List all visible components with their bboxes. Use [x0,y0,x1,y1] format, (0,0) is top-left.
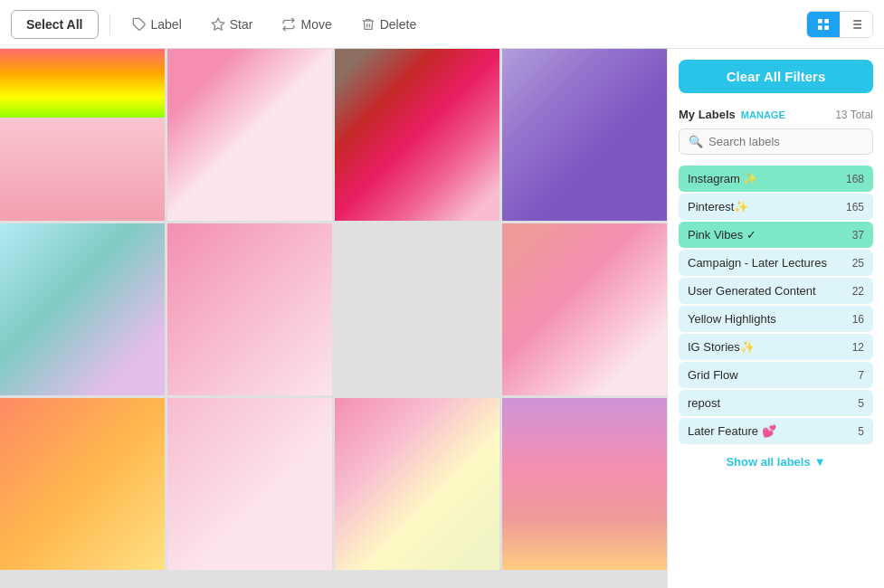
label-count-8: 5 [858,397,864,410]
label-name-7: Grid Flow [688,368,858,382]
label-count-4: 22 [852,285,864,298]
search-box: 🔍 [679,128,873,155]
label-item-7[interactable]: Grid Flow7 [679,362,873,388]
photo-cell-10[interactable] [167,398,332,570]
select-all-label: Select All [26,17,83,32]
photo-cell-12[interactable] [502,398,667,570]
label-name-8: repost [688,396,858,410]
label-name-9: Later Feature 💕 [688,424,858,438]
label-count-0: 168 [846,173,864,185]
photo-cell-3[interactable] [335,49,499,221]
labels-header: My Labels MANAGE 13 Total [668,104,884,128]
move-btn-label: Move [300,17,331,32]
my-labels-title: My Labels [679,108,736,121]
svg-rect-3 [818,25,822,30]
label-count-3: 25 [852,257,864,270]
svg-rect-4 [824,25,829,30]
label-count-1: 165 [846,201,864,213]
label-name-0: Instagram ✨ [688,172,846,185]
photo-image-1 [0,49,165,221]
star-button[interactable]: Star [200,11,264,38]
photo-image-2 [167,49,332,221]
label-name-4: User Generated Content [688,284,852,298]
label-icon [132,17,147,32]
trash-icon [361,17,375,32]
label-name-3: Campaign - Later Lectures [688,256,852,270]
label-count-7: 7 [858,369,864,382]
delete-btn-label: Delete [380,17,416,32]
label-name-6: IG Stories✨ [688,340,852,354]
photo-image-7 [335,223,499,395]
svg-marker-0 [212,18,223,30]
label-name-2: Pink Vibes ✓ [688,228,852,242]
view-toggle [806,11,873,38]
photo-cell-9[interactable] [0,398,165,570]
svg-rect-1 [818,19,822,24]
label-item-9[interactable]: Later Feature 💕5 [679,418,873,444]
clear-filters-button[interactable]: Clear All Filters [679,60,873,93]
label-name-5: Yellow Highlights [688,312,852,326]
labels-list: Instagram ✨168Pinterest✨165Pink Vibes ✓3… [668,164,884,446]
photo-cell-11[interactable] [335,398,499,570]
label-item-3[interactable]: Campaign - Later Lectures25 [679,250,873,276]
list-view-button[interactable] [840,12,872,37]
photo-cell-4[interactable] [502,49,667,221]
svg-rect-2 [824,19,829,24]
delete-button[interactable]: Delete [350,11,427,38]
select-all-button[interactable]: Select All [11,10,99,39]
photo-cell-7[interactable] [335,223,499,395]
show-all-label: Show all labels [726,455,810,469]
label-item-2[interactable]: Pink Vibes ✓37 [679,222,873,248]
photo-cell-2[interactable] [167,49,332,221]
label-count-9: 5 [858,425,864,438]
toolbar: Select All Label Star Move Delete [0,0,884,49]
label-item-4[interactable]: User Generated Content22 [679,278,873,304]
manage-link[interactable]: MANAGE [741,109,785,120]
label-name-1: Pinterest✨ [688,200,846,213]
photo-cell-5[interactable] [0,223,165,395]
photo-image-3 [335,49,499,221]
list-icon [849,17,863,32]
toolbar-divider-1 [109,14,110,35]
label-item-1[interactable]: Pinterest✨165 [679,194,873,220]
label-item-6[interactable]: IG Stories✨12 [679,334,873,360]
label-count-5: 16 [852,313,864,326]
search-icon: 🔍 [689,135,703,148]
photo-image-4 [502,49,667,221]
label-item-5[interactable]: Yellow Highlights16 [679,306,873,332]
labels-total: 13 Total [835,109,873,121]
photo-image-5 [0,223,165,395]
photo-cell-1[interactable] [0,49,165,221]
move-icon [281,17,296,32]
clear-filters-label: Clear All Filters [727,69,825,84]
label-item-8[interactable]: repost5 [679,390,873,416]
label-button[interactable]: Label [121,11,193,38]
label-item-0[interactable]: Instagram ✨168 [679,166,873,192]
sidebar: Clear All Filters My Labels MANAGE 13 To… [667,49,884,588]
label-count-6: 12 [852,341,864,354]
show-all-labels-button[interactable]: Show all labels ▼ [679,455,873,469]
photo-image-8 [502,223,667,395]
search-labels-input[interactable] [708,135,863,148]
photo-image-9 [0,398,165,570]
photo-image-12 [502,398,667,570]
move-button[interactable]: Move [271,11,342,38]
photo-image-11 [335,398,499,570]
main-layout: Clear All Filters My Labels MANAGE 13 To… [0,49,884,588]
star-btn-label: Star [230,17,253,32]
photo-image-10 [167,398,332,570]
photo-cell-6[interactable] [167,223,332,395]
photo-cell-8[interactable] [502,223,667,395]
photo-grid [0,49,667,588]
label-btn-label: Label [151,17,182,32]
photo-image-6 [167,223,332,395]
label-count-2: 37 [852,229,864,242]
star-icon [211,17,225,32]
grid-view-button[interactable] [807,12,840,37]
chevron-down-icon: ▼ [814,455,826,469]
grid-icon [816,17,831,32]
